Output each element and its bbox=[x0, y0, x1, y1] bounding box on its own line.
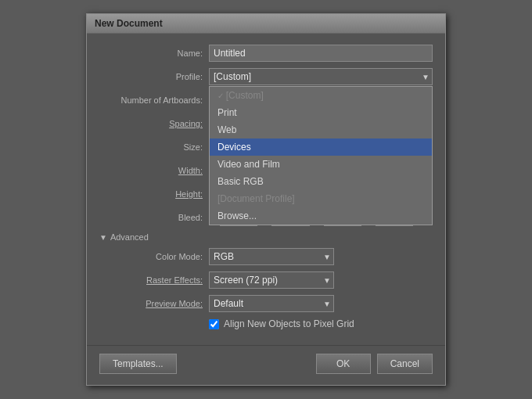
preview-mode-select[interactable]: Default Pixel Overprint bbox=[209, 295, 334, 312]
color-mode-control: RGB CMYK ▼ bbox=[209, 248, 433, 265]
dialog-title: New Document bbox=[87, 14, 445, 34]
dropdown-item-basic-rgb[interactable]: Basic RGB bbox=[210, 173, 432, 190]
raster-effects-label[interactable]: Raster Effects: bbox=[99, 275, 209, 285]
size-label: Size: bbox=[99, 142, 209, 152]
profile-row: Profile: [Custom] ▼ [Custom] Print Web D… bbox=[99, 68, 433, 85]
bleed-label: Bleed: bbox=[99, 213, 209, 222]
align-checkbox-label: Align New Objects to Pixel Grid bbox=[224, 318, 354, 329]
advanced-toggle[interactable]: ▼ Advanced bbox=[99, 232, 433, 242]
name-label: Name: bbox=[99, 49, 209, 58]
color-mode-select[interactable]: RGB CMYK bbox=[209, 248, 334, 265]
profile-label: Profile: bbox=[99, 72, 209, 81]
dialog-footer: Templates... OK Cancel bbox=[87, 345, 445, 385]
raster-effects-control: Screen (72 ppi) Medium (150 ppi) High (3… bbox=[209, 271, 433, 289]
color-mode-select-wrapper[interactable]: RGB CMYK ▼ bbox=[209, 248, 334, 265]
templates-button[interactable]: Templates... bbox=[99, 354, 177, 374]
spacing-label[interactable]: Spacing: bbox=[99, 119, 209, 128]
preview-mode-row: Preview Mode: Default Pixel Overprint ▼ bbox=[99, 295, 433, 312]
dropdown-item-devices[interactable]: Devices bbox=[210, 138, 432, 156]
dropdown-item-browse[interactable]: Browse... bbox=[210, 207, 432, 225]
raster-effects-row: Raster Effects: Screen (72 ppi) Medium (… bbox=[99, 271, 433, 289]
preview-mode-label[interactable]: Preview Mode: bbox=[99, 299, 209, 308]
name-control bbox=[209, 45, 433, 62]
color-mode-row: Color Mode: RGB CMYK ▼ bbox=[99, 248, 433, 265]
dropdown-item-web[interactable]: Web bbox=[210, 121, 432, 138]
width-label[interactable]: Width: bbox=[99, 166, 209, 175]
height-label[interactable]: Height: bbox=[99, 189, 209, 199]
raster-effects-select-wrapper[interactable]: Screen (72 ppi) Medium (150 ppi) High (3… bbox=[209, 271, 334, 289]
name-input[interactable] bbox=[209, 45, 433, 62]
profile-control: [Custom] ▼ [Custom] Print Web Devices Vi… bbox=[209, 68, 433, 85]
color-mode-label: Color Mode: bbox=[99, 252, 209, 261]
cancel-button[interactable]: Cancel bbox=[377, 354, 433, 374]
dialog-body: Name: Profile: [Custom] ▼ [Custom] Print bbox=[87, 34, 445, 340]
dropdown-item-print[interactable]: Print bbox=[210, 104, 432, 121]
new-document-dialog: New Document Name: Profile: [Custom] ▼ bbox=[86, 13, 446, 386]
artboards-label: Number of Artboards: bbox=[99, 95, 209, 105]
dropdown-item-video[interactable]: Video and Film bbox=[210, 156, 432, 173]
right-buttons: OK Cancel bbox=[316, 354, 433, 374]
profile-select[interactable]: [Custom] bbox=[209, 68, 433, 85]
ok-button[interactable]: OK bbox=[316, 354, 371, 374]
dropdown-item-doc-profile: [Document Profile] bbox=[210, 190, 432, 207]
preview-mode-control: Default Pixel Overprint ▼ bbox=[209, 295, 433, 312]
advanced-label: Advanced bbox=[110, 232, 149, 242]
dropdown-item-custom[interactable]: [Custom] bbox=[210, 87, 432, 104]
raster-effects-select[interactable]: Screen (72 ppi) Medium (150 ppi) High (3… bbox=[209, 271, 334, 289]
preview-mode-select-wrapper[interactable]: Default Pixel Overprint ▼ bbox=[209, 295, 334, 312]
name-row: Name: bbox=[99, 45, 433, 62]
profile-dropdown-list: [Custom] Print Web Devices Video and Fil… bbox=[209, 86, 433, 225]
profile-select-wrapper[interactable]: [Custom] ▼ bbox=[209, 68, 433, 85]
advanced-triangle-icon: ▼ bbox=[99, 233, 107, 242]
align-checkbox[interactable] bbox=[209, 319, 219, 329]
align-checkbox-row: Align New Objects to Pixel Grid bbox=[209, 318, 433, 329]
